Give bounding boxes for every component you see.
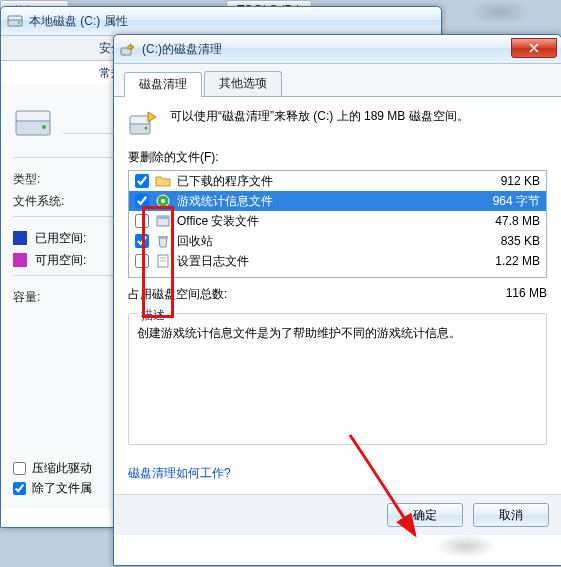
cancel-button[interactable]: 取消: [473, 503, 549, 527]
file-row[interactable]: 回收站835 KB: [129, 231, 546, 251]
tab-more-options[interactable]: 其他选项: [204, 71, 282, 96]
close-icon: [529, 43, 539, 53]
properties-titlebar[interactable]: 本地磁盘 (C:) 属性: [1, 7, 441, 36]
file-row[interactable]: Office 安装文件47.8 MB: [129, 211, 546, 231]
file-row[interactable]: 设置日志文件1.22 MB: [129, 251, 546, 271]
svg-rect-7: [128, 46, 131, 49]
description-legend: 描述: [137, 306, 169, 324]
svg-rect-15: [158, 236, 168, 238]
intro-text: 可以使用“磁盘清理”来释放 (C:) 上的 189 MB 磁盘空间。: [170, 107, 469, 125]
description-text: 创建游戏统计信息文件是为了帮助维护不同的游戏统计信息。: [137, 324, 538, 342]
file-size: 912 KB: [456, 174, 540, 188]
file-size: 1.22 MB: [456, 254, 540, 268]
dialog-body: 可以使用“磁盘清理”来释放 (C:) 上的 189 MB 磁盘空间。 要删除的文…: [114, 97, 561, 494]
tab-disk-cleanup[interactable]: 磁盘清理: [124, 72, 202, 97]
dialog-button-bar: 确定 取消: [114, 494, 561, 535]
file-checkbox[interactable]: [135, 214, 149, 228]
svg-rect-1: [8, 16, 22, 20]
annotation-smudge: [470, 0, 530, 24]
drive-icon: [7, 13, 23, 29]
file-checkbox[interactable]: [135, 234, 149, 248]
file-size: 964 字节: [456, 193, 540, 210]
file-row[interactable]: 已下载的程序文件912 KB: [129, 171, 546, 191]
disk-cleanup-title: (C:)的磁盘清理: [142, 41, 511, 58]
svg-point-2: [18, 22, 20, 24]
disk-cleanup-titlebar[interactable]: (C:)的磁盘清理: [114, 35, 561, 64]
cleanup-icon: [120, 41, 136, 57]
files-to-delete-label: 要删除的文件(F):: [128, 149, 547, 166]
svg-point-5: [42, 125, 46, 129]
file-size: 47.8 MB: [456, 214, 540, 228]
svg-point-10: [145, 127, 148, 130]
svg-rect-9: [130, 116, 150, 124]
total-value: 116 MB: [457, 286, 547, 303]
cleanup-large-icon: [128, 107, 160, 139]
file-list[interactable]: 已下载的程序文件912 KB游戏统计信息文件964 字节Office 安装文件4…: [128, 170, 547, 278]
drive-large-icon: [13, 103, 53, 143]
file-checkbox[interactable]: [135, 194, 149, 208]
ok-button[interactable]: 确定: [387, 503, 463, 527]
file-name: 已下载的程序文件: [177, 173, 456, 190]
how-does-it-work-link[interactable]: 磁盘清理如何工作?: [128, 465, 231, 482]
close-button[interactable]: [511, 38, 557, 58]
file-checkbox[interactable]: [135, 174, 149, 188]
file-name: Office 安装文件: [177, 213, 456, 230]
dialog-tabstrip: 磁盘清理 其他选项: [114, 64, 561, 97]
svg-rect-4: [16, 111, 50, 121]
total-row: 占用磁盘空间总数: 116 MB: [128, 286, 547, 303]
file-name: 设置日志文件: [177, 253, 456, 270]
svg-point-12: [161, 199, 165, 203]
svg-rect-14: [157, 216, 169, 219]
file-row[interactable]: 游戏统计信息文件964 字节: [129, 191, 546, 211]
file-name: 回收站: [177, 233, 456, 250]
file-size: 835 KB: [456, 234, 540, 248]
description-group: 描述 创建游戏统计信息文件是为了帮助维护不同的游戏统计信息。: [128, 313, 547, 445]
file-name: 游戏统计信息文件: [177, 193, 456, 210]
properties-title: 本地磁盘 (C:) 属性: [29, 13, 437, 30]
file-checkbox[interactable]: [135, 254, 149, 268]
disk-cleanup-window: (C:)的磁盘清理 磁盘清理 其他选项 可以使用“磁盘清理”来释放 (C:) 上…: [113, 34, 561, 566]
